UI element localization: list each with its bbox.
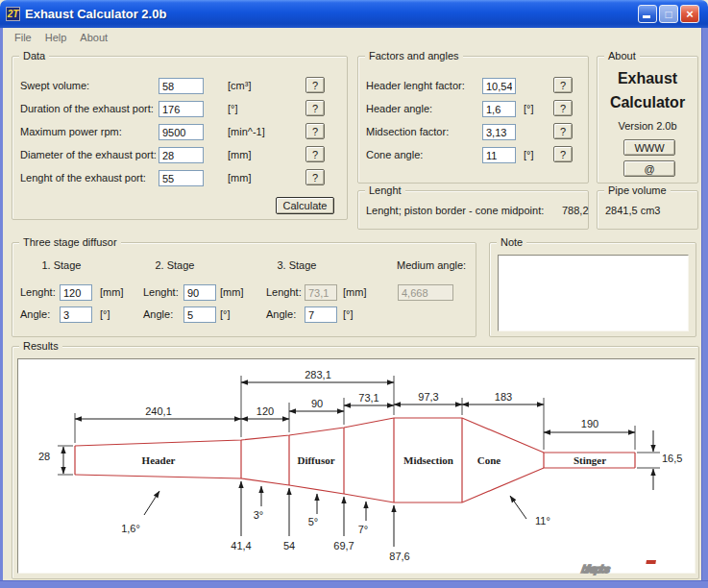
pipe-volume-value: 2841,5 cm3 <box>605 205 660 216</box>
diffusor-group: Three stage diffusor 1. Stage 2. Stage 3… <box>12 242 476 337</box>
section-cone-label: Cone <box>477 454 501 466</box>
menu-file[interactable]: File <box>8 30 38 45</box>
stage1-angle-input[interactable] <box>60 306 92 323</box>
menu-about[interactable]: About <box>73 30 114 45</box>
minimize-icon <box>643 15 650 18</box>
note-group: Note <box>489 242 696 337</box>
dim-cone-length: 183 <box>495 391 512 403</box>
angle-stage1-label: 3° <box>254 509 264 521</box>
note-textarea[interactable] <box>498 255 689 331</box>
about-group: About Exhaust Calculator Version 2.0b WW… <box>597 56 698 184</box>
header-factor-help-button[interactable]: ? <box>553 77 573 93</box>
duration-label: Duration of the exhaust port: <box>20 103 154 114</box>
bikepics-watermark: bikepics <box>496 544 693 586</box>
stage1-lenght-input[interactable] <box>60 284 92 301</box>
cone-angle-input[interactable] <box>482 147 516 163</box>
stage3-angle-input[interactable] <box>305 306 337 323</box>
dim-inlet-diameter: 28 <box>38 451 50 462</box>
lenght-group: Lenght Lenght; piston border - cone midp… <box>357 190 589 230</box>
stage1-lenght-label: Lenght: <box>20 286 56 298</box>
window-border-left <box>0 28 3 588</box>
about-group-title: About <box>604 49 640 62</box>
stage1-angle-unit: [°] <box>100 308 110 320</box>
swept-volume-input[interactable] <box>159 78 204 94</box>
angle-stage3-label: 7° <box>358 524 369 535</box>
max-rpm-help-button[interactable]: ? <box>305 123 325 139</box>
max-rpm-unit: [min^-1] <box>228 126 265 137</box>
midsection-factor-help-button[interactable]: ? <box>553 123 573 139</box>
lenght-group-title: Lenght <box>365 184 405 197</box>
swept-volume-help-button[interactable]: ? <box>305 77 325 93</box>
stage1-title: 1. Stage <box>23 259 100 271</box>
diameter-4-label: 87,6 <box>389 551 409 562</box>
calculate-button[interactable]: Calculate <box>276 197 334 214</box>
menu-help[interactable]: Help <box>38 30 74 45</box>
section-stinger-label: Stinger <box>574 454 606 466</box>
port-lenght-input[interactable] <box>159 170 204 186</box>
stage2-angle-label: Angle: <box>143 308 173 320</box>
cone-angle-label: Cone angle: <box>366 149 423 160</box>
stage3-angle-label: Angle: <box>266 308 296 320</box>
midsection-factor-input[interactable] <box>482 124 516 140</box>
section-midsection-label: Midsection <box>403 454 453 466</box>
dim-midsection-length: 97,3 <box>418 391 438 403</box>
section-header-label: Header <box>142 454 176 466</box>
stage2-angle-input[interactable] <box>183 306 216 323</box>
port-diameter-input[interactable] <box>159 147 204 163</box>
dim-stage2-length: 90 <box>311 398 323 409</box>
duration-help-button[interactable]: ? <box>305 100 325 116</box>
minimize-button[interactable] <box>638 5 657 23</box>
app-window: 2T Exhaust Calculator 2.0b □ × File Help… <box>0 0 708 588</box>
swept-volume-unit: [cm³] <box>228 80 251 91</box>
medium-angle-label: Medium angle: <box>397 259 466 271</box>
header-angle-help-button[interactable]: ? <box>553 100 573 116</box>
cone-angle-help-button[interactable]: ? <box>553 146 573 162</box>
dim-header-length: 240,1 <box>145 405 172 417</box>
maximize-button[interactable]: □ <box>659 5 678 23</box>
diameter-1-label: 41,4 <box>231 540 251 551</box>
pipe-diagram: 240,1 120 283,1 90 73,1 97,3 183 190 28 … <box>18 359 695 573</box>
port-lenght-help-button[interactable]: ? <box>305 169 325 185</box>
max-rpm-input[interactable] <box>159 124 204 140</box>
about-app-name-line2: Calculator <box>598 94 697 111</box>
section-diffusor-label: Diffusor <box>297 454 334 466</box>
duration-input[interactable] <box>159 101 204 117</box>
about-app-name-line1: Exhaust <box>598 70 697 87</box>
port-diameter-help-button[interactable]: ? <box>305 146 325 162</box>
midsection-factor-label: Midsection factor: <box>366 126 449 137</box>
lenght-result-value: 788,2 <box>562 205 589 216</box>
data-group-title: Data <box>19 49 49 62</box>
cone-angle-unit: [°] <box>524 149 534 160</box>
www-button[interactable]: WWW <box>623 139 675 156</box>
close-button[interactable]: × <box>680 5 699 23</box>
lenght-result-label: Lenght; piston border - cone midpoint: <box>366 205 544 216</box>
pipe-volume-group: Pipe volume 2841,5 cm3 <box>597 190 698 230</box>
dim-stinger-diameter: 16,5 <box>662 453 682 464</box>
port-diameter-label: Diameter of the exhaust port: <box>20 149 157 160</box>
diameter-2-label: 54 <box>283 540 295 551</box>
port-diameter-unit: [mm] <box>228 149 251 160</box>
stage3-angle-unit: [°] <box>343 308 354 320</box>
angle-cone-label: 11° <box>535 515 550 527</box>
note-group-title: Note <box>497 235 526 249</box>
header-factor-input[interactable] <box>482 78 516 94</box>
results-group-title: Results <box>19 339 62 353</box>
header-factor-label: Header lenght factor: <box>366 80 465 91</box>
dim-stinger-length: 190 <box>581 418 598 429</box>
results-canvas: 240,1 120 283,1 90 73,1 97,3 183 190 28 … <box>17 358 696 574</box>
diameter-3-label: 69,7 <box>333 540 354 551</box>
duration-unit: [°] <box>228 103 238 114</box>
title-bar: 2T Exhaust Calculator 2.0b □ × <box>0 0 708 28</box>
header-angle-label: Header angle: <box>366 103 432 114</box>
email-button[interactable]: @ <box>623 160 675 177</box>
medium-angle-value <box>398 284 453 301</box>
menu-bar: File Help About <box>3 28 701 46</box>
stage2-lenght-unit: [mm] <box>220 286 243 298</box>
stage1-angle-label: Angle: <box>20 308 50 320</box>
header-angle-input[interactable] <box>482 101 516 117</box>
stage3-lenght-label: Lenght: <box>266 286 302 298</box>
diffusor-group-title: Three stage diffusor <box>19 235 121 249</box>
stage2-title: 2. Stage <box>136 259 213 271</box>
stage2-lenght-input[interactable] <box>183 284 216 301</box>
pipe-volume-group-title: Pipe volume <box>604 184 671 197</box>
